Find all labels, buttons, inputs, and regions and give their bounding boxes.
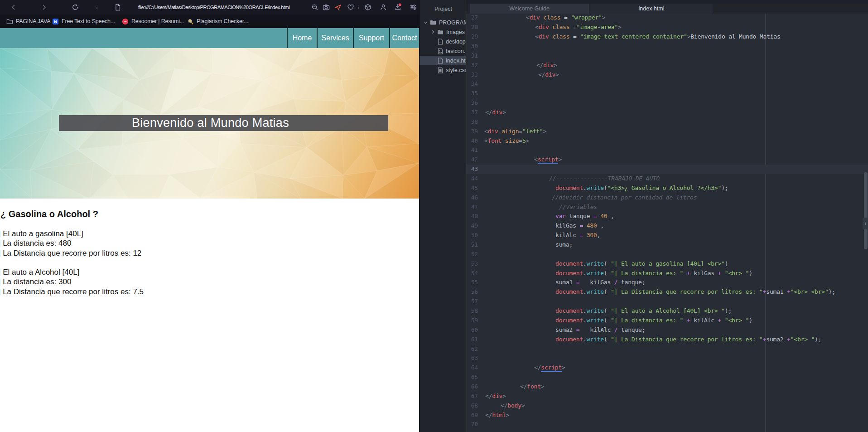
camera-icon[interactable] xyxy=(323,4,330,11)
line-number: 70 xyxy=(466,420,478,429)
screen: file:///C:/Users/Matias/Desktop/PROGRAMA… xyxy=(0,0,868,432)
code-line-45: 45document.write("<h3>¿ Gasolina o Alcoh… xyxy=(466,184,868,193)
code-line-53: 53document.write( "| El auto a gasolina … xyxy=(466,259,868,269)
nav-item-home[interactable]: Home xyxy=(287,28,317,48)
code-line-68: 68</body> xyxy=(466,401,868,411)
download-icon[interactable] xyxy=(394,3,401,10)
gasolina-paragraph: | El auto a gasolina [40L] | La distanci… xyxy=(0,229,141,258)
code-line-55: 55suma1 = kilGas / tanque; xyxy=(466,278,868,287)
ide-window: Project PROGRAMACION ORACLEImagesdesktop… xyxy=(419,0,868,432)
code-line-52: 52 xyxy=(466,250,868,259)
tree-item-label: PROGRAMACION ORACLE xyxy=(439,19,466,26)
code-line-61: 61document.write( "| La Distancia que re… xyxy=(466,335,868,345)
code-editor[interactable]: 27<div class = "wrapper">28<div class ="… xyxy=(466,14,868,432)
dots-separator-icon xyxy=(96,4,98,11)
bookmark-label: Resoomer | Resumi... xyxy=(131,18,184,24)
file-icon xyxy=(438,58,443,64)
bookmark-item[interactable]: NFree Text to Speech... xyxy=(52,15,115,28)
tree-item-desktop[interactable]: desktop xyxy=(420,37,466,46)
code-line-44: 44//---------------TRABAJO DE AUTO xyxy=(466,174,868,184)
code-line-64: 64</script> xyxy=(466,363,868,373)
line-number: 38 xyxy=(466,117,478,127)
nav-item-services[interactable]: Services xyxy=(317,28,353,48)
code-line-59: 59document.write( "| La distancia es: " … xyxy=(466,316,868,325)
bookmark-item[interactable]: Plagiarism Checker... xyxy=(187,15,248,28)
hero-title: Bienvenido al Mundo Matias xyxy=(132,116,289,130)
browser-window: file:///C:/Users/Matias/Desktop/PROGRAMA… xyxy=(0,0,419,432)
code-line-37: 37</div> xyxy=(466,108,868,117)
line-number: 28 xyxy=(466,23,478,32)
browser-toolbar: file:///C:/Users/Matias/Desktop/PROGRAMA… xyxy=(0,0,419,15)
cube-icon[interactable] xyxy=(364,4,371,11)
nav-item-label: Contact xyxy=(392,34,417,42)
code-line-49: 49kilGas = 480 , xyxy=(466,221,868,231)
line-number: 35 xyxy=(466,89,478,98)
image-file-icon xyxy=(438,48,443,54)
editor-tab-index-html[interactable]: index.html xyxy=(589,4,714,14)
send-icon[interactable] xyxy=(334,4,342,11)
code-line-65: 65 xyxy=(466,373,868,382)
code-line-57: 57 xyxy=(466,297,868,306)
bookmark-item[interactable]: ∞Resoomer | Resumi... xyxy=(122,15,184,28)
line-number: 46 xyxy=(466,193,478,203)
line-number: 59 xyxy=(466,316,478,325)
tree-item-index-html[interactable]: index.html xyxy=(420,56,466,65)
collapsed-panel-chevron[interactable]: ‹ xyxy=(863,218,868,229)
tree-folder-icon xyxy=(437,29,444,35)
line-number: 51 xyxy=(466,240,478,250)
line-number: 32 xyxy=(466,61,478,70)
person-icon[interactable] xyxy=(380,4,387,11)
file-icon xyxy=(438,39,443,45)
heart-icon[interactable] xyxy=(347,4,354,11)
file-icon xyxy=(438,67,443,73)
line-number: 27 xyxy=(466,14,478,23)
zoom-out-icon[interactable] xyxy=(311,4,318,11)
tree-item-style-css[interactable]: style.css xyxy=(420,65,466,75)
line-number: 65 xyxy=(466,373,478,382)
tab-label: Welcome Guide xyxy=(509,5,550,12)
code-line-38: 38 xyxy=(466,117,868,127)
editor-scrollbar[interactable] xyxy=(864,172,868,249)
line-number: 34 xyxy=(466,79,478,89)
line-number: 29 xyxy=(466,32,478,42)
tree-item-favicon-[interactable]: favicon. xyxy=(420,46,466,56)
forward-icon[interactable] xyxy=(40,4,48,11)
code-line-47: 47//Variables xyxy=(466,203,868,212)
code-line-62: 62 xyxy=(466,345,868,354)
bookmark-label: PAGINA JAVA xyxy=(16,18,50,24)
code-line-70: 70 xyxy=(466,420,868,429)
page-heading: ¿ Gasolina o Alcohol ? xyxy=(0,209,98,219)
code-line-42: 42<script> xyxy=(466,155,868,165)
code-line-66: 66</font> xyxy=(466,382,868,392)
gold-magnifier-icon xyxy=(187,18,194,25)
hero-image: Bienvenido al Mundo Matias xyxy=(0,48,419,199)
line-number: 57 xyxy=(466,297,478,306)
bookmark-item[interactable]: PAGINA JAVA xyxy=(6,15,50,28)
page-icon xyxy=(114,4,121,11)
line-number: 63 xyxy=(466,354,478,363)
line-number: 68 xyxy=(466,401,478,411)
tune-icon[interactable] xyxy=(410,4,417,11)
line-number: 62 xyxy=(466,345,478,354)
code-line-69: 69</html> xyxy=(466,411,868,420)
line-number: 56 xyxy=(466,287,478,297)
nav-item-contact[interactable]: Contact xyxy=(389,28,419,48)
editor-tab-welcome-guide[interactable]: Welcome Guide xyxy=(470,4,589,14)
project-panel-title: Project xyxy=(434,6,452,12)
nav-item-support[interactable]: Support xyxy=(353,28,389,48)
line-number: 49 xyxy=(466,221,478,231)
folder-icon xyxy=(6,18,13,25)
url-bar[interactable]: file:///C:/Users/Matias/Desktop/PROGRAMA… xyxy=(138,5,289,10)
reload-icon[interactable] xyxy=(72,4,79,11)
tree-item-images[interactable]: Images xyxy=(420,27,466,37)
line-number: 30 xyxy=(466,42,478,51)
line-number: 39 xyxy=(466,127,478,136)
line-number: 37 xyxy=(466,108,478,117)
back-icon[interactable] xyxy=(10,4,17,11)
line-number: 40 xyxy=(466,136,478,146)
tree-item-programacion-oracle[interactable]: PROGRAMACION ORACLE xyxy=(420,18,466,27)
code-line-48: 48var tanque = 40 , xyxy=(466,212,868,221)
bookmarks-bar: PAGINA JAVANFree Text to Speech...∞Resoo… xyxy=(0,15,419,28)
line-number: 53 xyxy=(466,259,478,269)
hero-title-bar: Bienvenido al Mundo Matias xyxy=(59,115,388,131)
